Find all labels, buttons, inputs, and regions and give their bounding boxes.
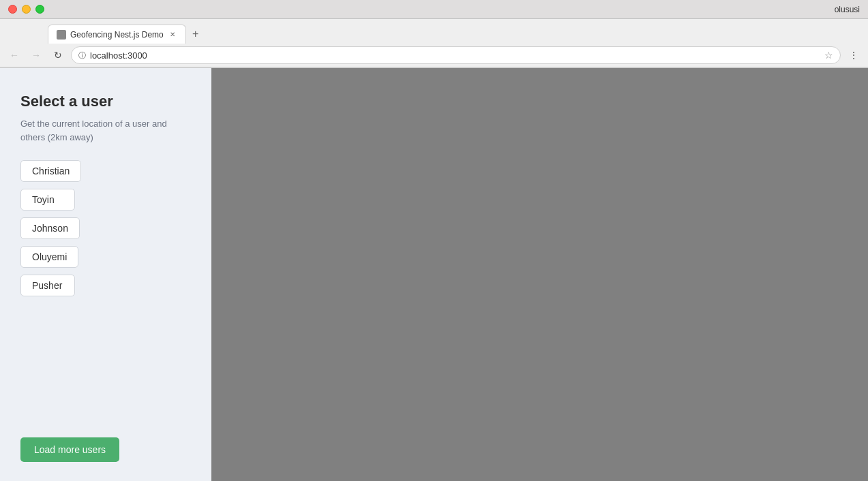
tab-favicon [57, 30, 66, 40]
user-button[interactable]: Pusher [20, 275, 75, 296]
browser-chrome: Geofencing Nest.js Demo ✕ + ← → ↻ ⓘ loca… [0, 19, 868, 68]
traffic-lights [8, 5, 44, 14]
map-area [211, 68, 868, 481]
load-more-button[interactable]: Load more users [20, 437, 119, 462]
maximize-button[interactable] [35, 5, 44, 14]
user-button[interactable]: Christian [20, 160, 81, 182]
page-content: Select a user Get the current location o… [0, 68, 868, 481]
tab-bar: Geofencing Nest.js Demo ✕ + [0, 19, 868, 44]
sidebar: Select a user Get the current location o… [0, 68, 211, 481]
tab-title: Geofencing Nest.js Demo [70, 30, 164, 40]
browser-menu-button[interactable]: ⋮ [845, 46, 863, 64]
user-button[interactable]: Toyin [20, 189, 75, 211]
reload-button[interactable]: ↻ [49, 46, 67, 64]
secure-icon: ⓘ [78, 50, 86, 61]
os-titlebar: olususi [0, 0, 868, 19]
address-bar-row: ← → ↻ ⓘ localhost:3000 ☆ ⋮ [0, 44, 868, 67]
address-bar[interactable]: ⓘ localhost:3000 ☆ [71, 46, 841, 64]
bookmark-icon[interactable]: ☆ [824, 50, 833, 61]
os-username: olususi [835, 5, 860, 14]
minimize-button[interactable] [22, 5, 31, 14]
tab-close-button[interactable]: ✕ [168, 30, 177, 40]
back-button[interactable]: ← [5, 46, 23, 64]
address-text: localhost:3000 [90, 50, 820, 61]
sidebar-title: Select a user [20, 93, 191, 110]
sidebar-description: Get the current location of a user and o… [20, 117, 191, 144]
active-tab[interactable]: Geofencing Nest.js Demo ✕ [48, 25, 186, 44]
new-tab-button[interactable]: + [186, 25, 205, 44]
user-list: ChristianToyinJohnsonOluyemiPusher [20, 160, 191, 296]
forward-button[interactable]: → [27, 46, 45, 64]
user-button[interactable]: Johnson [20, 217, 80, 239]
user-button[interactable]: Oluyemi [20, 246, 78, 268]
close-button[interactable] [8, 5, 17, 14]
